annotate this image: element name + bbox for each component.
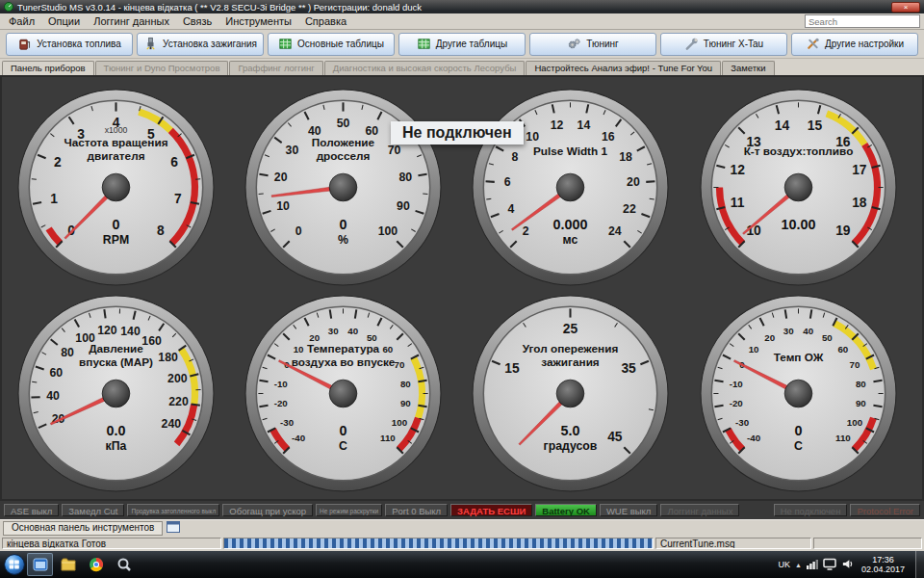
svg-text:2: 2 — [54, 154, 62, 170]
tab-gauge-cluster[interactable]: Панель приборов — [2, 61, 94, 75]
tab-tune-analyze[interactable]: Настройтесь Анализ эфир! - Tune For You — [526, 61, 721, 75]
menu-bar: Файл Опции Логгинг данных Связь Инструме… — [0, 13, 924, 30]
fuel-setup-button[interactable]: Установка топлива — [6, 33, 133, 56]
svg-text:110: 110 — [835, 433, 851, 443]
svg-text:впуска (MAP): впуска (MAP) — [79, 355, 153, 368]
menu-file[interactable]: Файл — [2, 14, 41, 28]
svg-text:40: 40 — [803, 326, 813, 336]
search-input[interactable] — [805, 14, 920, 28]
svg-text:7: 7 — [174, 191, 182, 206]
svg-text:30: 30 — [328, 326, 339, 336]
browser-icon — [88, 556, 105, 573]
svg-text:градусов: градусов — [544, 439, 598, 453]
svg-text:30: 30 — [783, 326, 794, 336]
indicator-wue: WUE выкл — [600, 504, 657, 516]
status-ready-text: кінцева відкатка Готов — [2, 538, 221, 549]
windows-taskbar: UK ▲ 17:36 02.04.2017 — [0, 551, 924, 578]
show-desktop-button[interactable] — [915, 551, 924, 578]
svg-text:80: 80 — [856, 379, 866, 389]
menu-communications[interactable]: Связь — [176, 14, 218, 28]
gauge-rpm[interactable]: 012345678x1000Частота вращениядвигателя0… — [17, 89, 215, 286]
svg-text:35: 35 — [621, 360, 636, 376]
gauge-coolant-temp[interactable]: -40-30-20-100102030405060708090100110Тем… — [700, 295, 897, 492]
svg-text:14: 14 — [578, 118, 591, 132]
panel-window-icon[interactable] — [167, 521, 180, 535]
ignition-setup-button[interactable]: Установка зажигания — [137, 33, 264, 56]
close-button[interactable]: × — [891, 2, 920, 13]
tab-notes[interactable]: Заметки — [722, 61, 774, 75]
svg-text:40: 40 — [347, 326, 358, 336]
menu-options[interactable]: Опции — [41, 14, 87, 28]
svg-text:10: 10 — [526, 130, 539, 144]
gauge-ignition-advance[interactable]: 15253545Угол опережениязажигания5.0граду… — [472, 295, 669, 492]
other-settings-button[interactable]: Другие настройки — [791, 33, 918, 56]
svg-text:2: 2 — [523, 224, 529, 238]
tab-main-dashboard[interactable]: Основная панель инструментов — [3, 521, 163, 536]
tab-diagnostics-loggers: Диагностика и высокая скорость Лесорубы — [324, 61, 526, 75]
indicator-accel-enrich: Обогащ при ускор — [222, 504, 313, 516]
spark-plug-icon — [143, 37, 158, 51]
menu-help[interactable]: Справка — [298, 14, 353, 28]
taskbar-folder-button[interactable] — [55, 553, 81, 576]
svg-text:0: 0 — [340, 423, 347, 438]
svg-text:20: 20 — [627, 175, 640, 189]
svg-text:100: 100 — [847, 417, 862, 428]
svg-text:воздуха во впуске: воздуха во впуске — [292, 355, 396, 368]
gauge-dashboard: 012345678x1000Частота вращениядвигателя0… — [0, 75, 924, 501]
clock[interactable]: 17:36 02.04.2017 — [861, 555, 905, 574]
tray-expand-icon[interactable]: ▲ — [795, 562, 802, 568]
indicator-protocol-error: Protocol Error — [850, 504, 920, 516]
svg-text:6: 6 — [170, 154, 178, 170]
svg-text:8: 8 — [157, 223, 165, 238]
svg-text:двигателя: двигателя — [87, 149, 144, 162]
svg-text:22: 22 — [623, 202, 636, 216]
svg-text:120: 120 — [97, 324, 117, 337]
svg-text:18: 18 — [852, 195, 867, 210]
language-indicator[interactable]: UK — [779, 560, 791, 569]
xtau-tuning-button[interactable]: Тюнинг X-Tau — [660, 33, 787, 56]
other-tables-button[interactable]: Другие таблицы — [398, 33, 526, 56]
svg-text:70: 70 — [388, 144, 401, 157]
display-icon[interactable] — [823, 558, 836, 572]
volume-icon[interactable] — [841, 558, 854, 572]
svg-text:%: % — [338, 233, 348, 247]
svg-text:240: 240 — [162, 417, 182, 431]
svg-text:-40: -40 — [747, 433, 760, 443]
menu-datalogging[interactable]: Логгинг данных — [87, 14, 176, 28]
svg-text:4: 4 — [508, 202, 515, 216]
svg-text:зажигания: зажигания — [541, 355, 600, 368]
current-tune-file: CurrentTune.msq — [655, 538, 811, 549]
gauge-map[interactable]: 20406080100120140160180200220240Давление… — [17, 295, 215, 492]
start-button[interactable] — [4, 554, 25, 575]
taskbar-search-button[interactable] — [111, 553, 137, 576]
svg-text:16: 16 — [602, 130, 615, 144]
svg-text:10: 10 — [294, 344, 304, 355]
svg-text:15: 15 — [808, 118, 823, 133]
gauge-throttle-position[interactable]: 0102030405060708090100Положениедросселя0… — [244, 89, 442, 286]
svg-text:60: 60 — [49, 366, 63, 380]
not-connected-overlay: Не подключен — [391, 121, 524, 144]
indicator-flood-clear: Продувка затопленного выкл — [127, 504, 219, 516]
svg-text:мс: мс — [563, 233, 578, 247]
gauge-intake-air-temp[interactable]: -40-30-20-100102030405060708090100110Тем… — [244, 295, 442, 492]
svg-text:20: 20 — [309, 332, 320, 343]
svg-text:60: 60 — [837, 344, 848, 355]
tunerstudio-window: TunerStudio MS v3.0.14 - кінцева відкатк… — [0, 0, 924, 578]
svg-text:70: 70 — [850, 359, 860, 370]
taskbar-browser-button[interactable] — [83, 553, 109, 576]
svg-text:50: 50 — [367, 332, 377, 343]
svg-text:12: 12 — [551, 118, 564, 132]
svg-text:0: 0 — [795, 423, 803, 438]
svg-text:Частота вращения: Частота вращения — [64, 136, 167, 148]
svg-text:30: 30 — [286, 144, 299, 157]
gauge-pulse-width-1[interactable]: 24681012141618202224Pulse Width 10.000мс — [472, 89, 669, 286]
gauge-afr[interactable]: 10111213141516171819К-т воздух:топливо10… — [700, 89, 897, 286]
basic-tables-button[interactable]: Основные таблицы — [268, 33, 395, 56]
tuning-button[interactable]: Тюнинг — [529, 33, 656, 56]
svg-text:-30: -30 — [280, 417, 294, 428]
menu-tools[interactable]: Инструменты — [218, 14, 298, 28]
network-icon[interactable] — [807, 559, 818, 571]
green-table-icon — [278, 37, 293, 51]
svg-text:-40: -40 — [292, 433, 305, 443]
taskbar-app-tunerstudio[interactable] — [27, 553, 53, 576]
